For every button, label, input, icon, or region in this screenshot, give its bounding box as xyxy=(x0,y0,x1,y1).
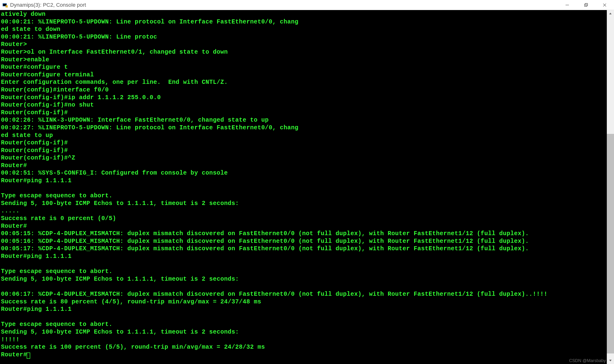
close-button[interactable] xyxy=(595,0,614,10)
window-title: Dynamips(3): PC2, Console port xyxy=(10,2,558,8)
scroll-up-button[interactable] xyxy=(607,10,614,17)
window-controls xyxy=(558,0,614,10)
maximize-button[interactable] xyxy=(577,0,595,10)
scroll-thumb[interactable] xyxy=(607,134,614,353)
vertical-scrollbar[interactable] xyxy=(607,10,614,364)
scroll-down-button[interactable] xyxy=(607,357,614,364)
svg-rect-2 xyxy=(6,5,8,7)
svg-marker-11 xyxy=(609,360,612,361)
svg-marker-10 xyxy=(609,13,612,14)
window-titlebar[interactable]: Dynamips(3): PC2, Console port xyxy=(0,0,614,10)
svg-rect-6 xyxy=(585,4,587,6)
terminal-output[interactable]: atively down 00:00:21: %LINEPROTO-5-UPDO… xyxy=(0,10,607,364)
putty-icon xyxy=(2,2,9,8)
svg-rect-7 xyxy=(585,3,588,6)
minimize-button[interactable] xyxy=(558,0,577,10)
terminal-container: atively down 00:00:21: %LINEPROTO-5-UPDO… xyxy=(0,10,614,364)
